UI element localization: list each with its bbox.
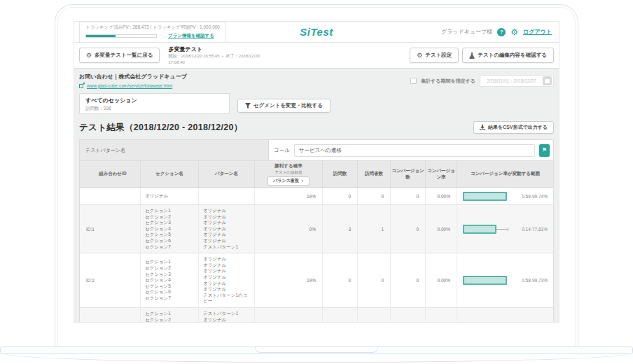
table-header-row: 組み合わせID セクション名 パターン名 勝利する確率 テストの信頼度 バランス… [80,161,553,188]
tracking-pv-box: トラッキング済みPV : 288,473 / トラッキング可能PV : 1,00… [79,22,226,43]
cell-section-names: セクション1セクション2セクション3セクション4セクション5セクション6セクショ… [141,205,199,253]
pattern-name: オリジナル [203,238,250,244]
pattern-name: オリジナル [203,268,250,274]
back-to-list-button[interactable]: ⚙ 多変量テスト一覧に戻る [79,48,160,63]
calendar-icon[interactable] [543,76,552,85]
pattern-name: オリジナル [203,262,250,269]
flask-icon [469,52,475,59]
tracking-progress-bar [85,34,157,38]
download-icon [480,125,485,130]
chevron-down-icon: ▼ [301,179,304,183]
section-name: セクション2 [145,317,194,323]
cell-cv-range: 0.14-77.61% [457,205,553,253]
table-row: ID:3セクション1セクション2セクション3セクション4セクション5セクション6… [80,308,553,323]
cell-combination-id: ID:1 [80,205,141,253]
pattern-name: オリジナル [203,208,250,214]
cell-cv-range: 0.59-99.74% [457,188,553,204]
confidence-label: テストの信頼度 [274,170,302,175]
tracking-progress-fill [86,35,116,37]
section-name: オリジナル [145,193,194,200]
cell-combination-id [80,188,141,204]
cell-section-names: セクション1セクション2セクション3セクション4セクション5セクション6セクショ… [141,308,199,323]
cv-range-bar [463,276,507,285]
section-name: セクション1 [145,208,194,214]
cell-visitors: 0 [358,188,391,204]
gear-icon[interactable]: ⚙ [510,28,518,36]
date-range-value: 2018/11/01 - 2018/12/27 [480,78,543,83]
col-cv-rate: コンバージョン率 [426,161,457,187]
laptop-mockup: トラッキング済みPV : 288,473 / トラッキング可能PV : 1,00… [0,0,633,364]
logout-link[interactable]: ログアウト [523,28,552,36]
cell-visitors: 0 [358,253,391,307]
segment-session-card[interactable]: すべてのセッション 訪問数：936 [79,93,230,114]
target-page-url-link[interactable]: www.glad-cube.com/service/toiawase.html [87,83,172,88]
cv-range-whisker-tick [508,227,508,231]
cell-cv-rate: 0.00% [426,205,457,253]
col-visits: 訪問数 [323,161,358,187]
cell-cv-range: 0.58-99.73% [457,253,553,307]
plan-info-link[interactable]: プラン情報を確認する [168,33,214,39]
confirm-edit-button[interactable]: テストの編集内容を確認する [462,48,554,63]
cell-conversions: 0 [391,308,426,323]
session-title: すべてのセッション [85,97,223,104]
laptop-bottom-curve [4,354,629,363]
confidence-select[interactable]: バランス重視 ▼ [267,176,309,186]
external-link-icon [79,83,85,88]
cell-visits: 0 [323,308,358,323]
cell-win-probability: 19% [255,188,323,204]
cv-range-text: 0.14-77.61% [522,227,548,232]
cell-pattern-names: オリジナルオリジナルオリジナルオリジナルオリジナルオリジナルテストパターン1 [199,205,255,253]
cell-visitors: 1 [358,205,391,253]
pattern-name: テストパターン1 [203,311,250,317]
period-control: 集計する期間を指定する 2018/11/01 - 2018/12/27 [410,75,554,87]
goal-select[interactable]: サービスへの遷移 [294,144,535,157]
test-period-line1: 開始：2018/12/20 16:55:45 ～ 終了：2018/12/20 [168,53,259,59]
cell-cv-rate: 0.00% [426,308,457,323]
app-screen: トラッキング済みPV : 288,473 / トラッキング可能PV : 1,00… [74,21,559,323]
section-name: セクション5 [145,232,194,238]
cell-pattern-names: オリジナルオリジナルオリジナルオリジナルオリジナルオリジナルテストパターン1のコ… [199,253,255,307]
test-settings-button[interactable]: ⚙ テスト設定 [410,48,459,63]
section-name: セクション1 [145,259,194,265]
cell-win-probability: 19% [255,253,323,307]
section-name: セクション7 [145,244,194,251]
cell-conversions: 0 [391,253,426,307]
cell-combination-id: ID:2 [80,253,141,307]
section-name: セクション4 [145,226,194,232]
col-section-name: セクション名 [141,161,199,187]
pattern-name: オリジナル [203,274,250,281]
cv-range-text: 0.58-99.73% [522,278,548,283]
help-icon[interactable]: ? [497,28,506,36]
goal-flag-button[interactable]: ⚑ [539,144,550,157]
change-segment-button[interactable]: セグメントを変更・比較する [237,99,331,113]
cell-section-names: オリジナル [141,188,199,204]
goal-label: ゴール [274,147,290,154]
section-name: セクション6 [145,238,194,244]
col-cv-range: コンバージョン率が変動する範囲 [457,161,553,187]
cell-section-names: セクション1セクション2セクション3セクション4セクション5セクション6セクショ… [141,253,199,307]
cv-range-bar [463,192,507,201]
main-content: お問い合わせ｜株式会社グラッドキューブ www.glad-cube.com/se… [74,69,559,323]
period-checkbox[interactable] [410,78,417,84]
pattern-name: オリジナル [203,214,250,220]
cell-win-probability: 19% [255,308,323,323]
cell-cv-rate: 0.00% [426,253,457,307]
col-win-probability: 勝利する確率 テストの信頼度 バランス重視 ▼ [255,161,323,187]
cell-win-probability: 0% [255,205,323,253]
cv-range-text: 0.59-99.74% [522,194,548,199]
section-name: セクション4 [145,277,194,284]
session-visit-count: 訪問数：936 [85,106,223,112]
section-name: セクション7 [145,295,194,302]
cell-visits: 0 [323,188,358,204]
pattern-name: テストパターン1のコピー [203,293,250,304]
col-pattern-name: パターン名 [199,161,255,187]
pattern-name: オリジナル [203,220,250,226]
section-name: セクション3 [145,220,194,226]
sitest-logo: SiTest [300,26,333,38]
date-range-input[interactable]: 2018/11/01 - 2018/12/27 [480,75,554,87]
cell-visits: 3 [323,205,358,253]
col-combination-id: 組み合わせID [80,161,141,187]
pattern-name: オリジナル [203,226,250,232]
cv-range-bar [463,225,496,234]
export-csv-button[interactable]: 結果をCSV形式で出力する [473,121,554,134]
